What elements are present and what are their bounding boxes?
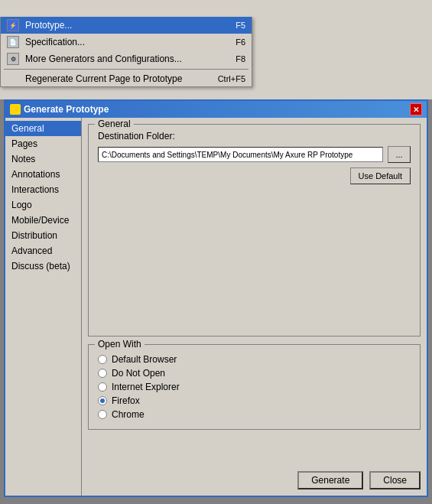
dialog-title-area: ⚡ Generate Prototype [10, 104, 109, 115]
sidebar-item-notes[interactable]: Notes [5, 151, 81, 167]
sidebar-item-advanced[interactable]: Advanced [5, 243, 81, 259]
radio-row-default-browser[interactable]: Default Browser [98, 354, 411, 365]
radio-chrome[interactable] [98, 410, 107, 419]
dropdown-item-prototype[interactable]: ⚡ Prototype... F5 [1, 17, 252, 34]
prototype-shortcut: F5 [235, 21, 245, 30]
close-button[interactable]: ✕ [410, 103, 422, 115]
dropdown-separator [4, 69, 248, 70]
radio-label-ie: Internet Explorer [112, 382, 180, 392]
use-default-button[interactable]: Use Default [350, 167, 411, 184]
dropdown-item-specification[interactable]: 📄 Specification... F6 [1, 34, 252, 50]
more-label: More Generators and Configurations... [25, 54, 229, 64]
sidebar-item-pages[interactable]: Pages [5, 136, 81, 151]
sidebar: General Pages Notes Annotations Interact… [5, 118, 82, 496]
specification-label: Specification... [25, 37, 229, 47]
generate-dropdown: ⚡ Prototype... F5 📄 Specification... F6 … [0, 17, 252, 87]
radio-do-not-open[interactable] [98, 369, 107, 378]
prototype-icon: ⚡ [7, 19, 19, 31]
more-shortcut: F8 [235, 54, 245, 63]
destination-input[interactable] [98, 147, 383, 162]
sidebar-item-annotations[interactable]: Annotations [5, 167, 81, 182]
general-spacer [98, 189, 411, 327]
sidebar-item-logo[interactable]: Logo [5, 197, 81, 213]
generate-button[interactable]: Generate [297, 471, 363, 489]
radio-default-browser[interactable] [98, 355, 107, 364]
destination-row: Destination Folder: [98, 131, 411, 141]
main-content: General Destination Folder: ... Use Defa… [82, 118, 427, 496]
use-default-row: Use Default [98, 167, 411, 184]
dialog-body: General Pages Notes Annotations Interact… [5, 118, 427, 496]
open-with-fieldset: Open With Default Browser Do Not Open In… [88, 344, 421, 430]
more-icon: ⚙ [7, 53, 19, 65]
radio-label-do-not-open: Do Not Open [112, 368, 165, 379]
radio-firefox[interactable] [98, 396, 107, 405]
sidebar-item-mobile-device[interactable]: Mobile/Device [5, 213, 81, 228]
generate-prototype-dialog: ⚡ Generate Prototype ✕ General Pages Not… [4, 99, 428, 497]
dialog-close-button[interactable]: Close [369, 471, 421, 489]
dialog-footer: Generate Close [297, 471, 421, 489]
dropdown-item-more[interactable]: ⚙ More Generators and Configurations... … [1, 50, 252, 67]
prototype-label: Prototype... [25, 20, 229, 31]
dialog-title-text: Generate Prototype [24, 104, 109, 115]
regenerate-shortcut: Ctrl+F5 [218, 74, 245, 83]
open-with-legend: Open With [95, 339, 145, 350]
radio-label-default-browser: Default Browser [112, 354, 177, 365]
radio-row-chrome[interactable]: Chrome [98, 409, 411, 420]
browse-button[interactable]: ... [388, 146, 411, 163]
sidebar-item-general[interactable]: General [5, 121, 81, 136]
dropdown-item-regenerate[interactable]: Regenerate Current Page to Prototype Ctr… [1, 71, 252, 86]
specification-shortcut: F6 [235, 37, 245, 47]
radio-row-firefox[interactable]: Firefox [98, 395, 411, 406]
general-legend: General [95, 119, 134, 129]
radio-group: Default Browser Do Not Open Internet Exp… [98, 351, 411, 420]
dialog-title-icon: ⚡ [10, 104, 21, 115]
sidebar-item-distribution[interactable]: Distribution [5, 228, 81, 243]
radio-row-ie[interactable]: Internet Explorer [98, 382, 411, 392]
destination-input-row: ... [98, 146, 411, 163]
regenerate-label: Regenerate Current Page to Prototype [25, 73, 212, 84]
sidebar-item-interactions[interactable]: Interactions [5, 182, 81, 197]
radio-row-do-not-open[interactable]: Do Not Open [98, 368, 411, 379]
radio-label-chrome: Chrome [112, 409, 145, 420]
sidebar-item-discuss[interactable]: Discuss (beta) [5, 259, 81, 274]
radio-ie[interactable] [98, 382, 107, 392]
radio-label-firefox: Firefox [112, 395, 140, 406]
destination-label: Destination Folder: [98, 131, 175, 141]
specification-icon: 📄 [7, 36, 19, 48]
dialog-titlebar: ⚡ Generate Prototype ✕ [5, 101, 427, 118]
general-fieldset: General Destination Folder: ... Use Defa… [88, 124, 421, 337]
